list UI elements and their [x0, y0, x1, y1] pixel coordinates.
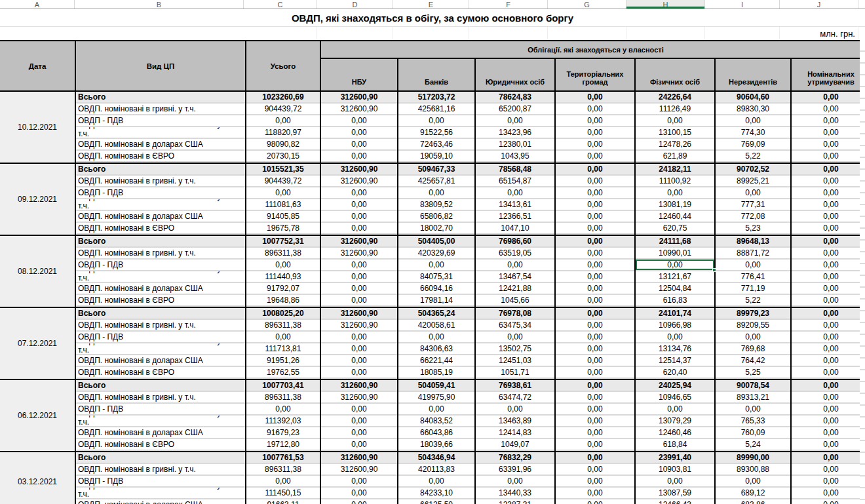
value-cell[interactable]: 0,00: [636, 476, 714, 488]
value-cell[interactable]: 19762,55: [246, 367, 320, 379]
value-cell[interactable]: 771,19: [716, 283, 790, 295]
value-cell[interactable]: 0,00: [476, 187, 554, 199]
value-cell[interactable]: 0,00: [556, 151, 634, 163]
value-cell[interactable]: 0,00: [246, 187, 320, 199]
header-owner-nbu[interactable]: НБУ: [321, 59, 397, 90]
date-cell[interactable]: 08.12.2021: [0, 236, 75, 307]
row-label[interactable]: ОВДП. номіновані в ЄВРО: [76, 367, 245, 379]
value-cell[interactable]: 760,09: [716, 427, 790, 439]
value-cell[interactable]: 0,00: [321, 139, 397, 151]
value-cell[interactable]: 0,00: [556, 416, 634, 427]
value-cell[interactable]: 12460,46: [636, 427, 714, 439]
row-label[interactable]: ОВДП - ПДВ: [76, 332, 245, 343]
header-owner-banks[interactable]: Банків: [398, 59, 474, 90]
value-cell[interactable]: 12514,37: [636, 355, 714, 367]
selected-cell[interactable]: 0,00: [636, 260, 714, 271]
column-header-A[interactable]: A: [0, 0, 75, 9]
value-cell[interactable]: 0,00: [321, 355, 397, 367]
value-cell[interactable]: 621,89: [636, 151, 714, 163]
value-cell[interactable]: 111713,81: [246, 343, 320, 355]
value-cell[interactable]: 0,00: [636, 332, 714, 343]
date-cell[interactable]: 09.12.2021: [0, 164, 75, 235]
value-cell[interactable]: 89300,88: [716, 464, 790, 476]
row-label-clipped[interactable]: ОВДП. номіновані в іноземній валюті. ут.…: [76, 127, 245, 139]
value-cell[interactable]: 0,00: [556, 104, 634, 115]
value-cell[interactable]: 425681,16: [398, 104, 474, 115]
value-cell[interactable]: 0,00: [321, 367, 397, 379]
value-cell[interactable]: 76986,60: [476, 236, 554, 248]
value-cell[interactable]: 0,00: [321, 416, 397, 427]
header-owner-individuals[interactable]: Фізичних осіб: [636, 59, 714, 90]
value-cell[interactable]: 0,00: [792, 427, 865, 439]
value-cell[interactable]: 13087,59: [636, 488, 714, 499]
value-cell[interactable]: 19648,86: [246, 295, 320, 307]
row-label[interactable]: ОВДП. номіновані в ЄВРО: [76, 295, 245, 307]
value-cell[interactable]: 0,00: [556, 139, 634, 151]
value-cell[interactable]: 13134,76: [636, 343, 714, 355]
value-cell[interactable]: 0,00: [321, 199, 397, 211]
value-cell[interactable]: 118820,97: [246, 127, 320, 139]
value-cell[interactable]: 0,00: [792, 199, 865, 211]
value-cell[interactable]: 0,00: [556, 367, 634, 379]
value-cell[interactable]: 1049,07: [476, 439, 554, 451]
value-cell[interactable]: 0,00: [321, 295, 397, 307]
value-cell[interactable]: 24101,74: [636, 308, 714, 320]
value-cell[interactable]: 12414,83: [476, 427, 554, 439]
date-cell[interactable]: 07.12.2021: [0, 308, 75, 379]
value-cell[interactable]: 0,00: [716, 332, 790, 343]
value-cell[interactable]: 896311,38: [246, 248, 320, 260]
value-cell[interactable]: 0,00: [716, 404, 790, 416]
value-cell[interactable]: 76938,61: [476, 380, 554, 392]
value-cell[interactable]: 0,00: [792, 164, 865, 176]
value-cell[interactable]: 0,00: [556, 404, 634, 416]
row-label[interactable]: ОВДП. номіновані в гривні. у т.ч.: [76, 392, 245, 404]
value-cell[interactable]: 66125,50: [398, 499, 474, 504]
value-cell[interactable]: 10903,81: [636, 464, 714, 476]
value-cell[interactable]: 0,00: [792, 416, 865, 427]
value-cell[interactable]: 11126,49: [636, 104, 714, 115]
value-cell[interactable]: 13440,33: [476, 488, 554, 499]
value-cell[interactable]: 5,22: [716, 295, 790, 307]
value-cell[interactable]: 78568,48: [476, 164, 554, 176]
value-cell[interactable]: 774,30: [716, 127, 790, 139]
value-cell[interactable]: 1015521,35: [246, 164, 320, 176]
value-cell[interactable]: 0,00: [321, 283, 397, 295]
row-label[interactable]: ОВДП. номіновані в гривні. у т.ч.: [76, 464, 245, 476]
row-label[interactable]: ОВДП. номіновані в гривні. у т.ч.: [76, 248, 245, 260]
value-cell[interactable]: 616,83: [636, 295, 714, 307]
value-cell[interactable]: 0,00: [556, 452, 634, 464]
value-cell[interactable]: 504405,00: [398, 236, 474, 248]
value-cell[interactable]: 24226,64: [636, 92, 714, 104]
value-cell[interactable]: 12460,44: [636, 211, 714, 223]
value-cell[interactable]: 66221,44: [398, 355, 474, 367]
value-cell[interactable]: 312600,90: [321, 392, 397, 404]
value-cell[interactable]: 0,00: [792, 283, 865, 295]
header-date[interactable]: Дата: [0, 41, 75, 90]
value-cell[interactable]: 23991,40: [636, 452, 714, 464]
value-cell[interactable]: 504365,24: [398, 308, 474, 320]
value-cell[interactable]: 10990,01: [636, 248, 714, 260]
value-cell[interactable]: 66043,86: [398, 427, 474, 439]
value-cell[interactable]: 0,00: [321, 211, 397, 223]
row-label-clipped[interactable]: ОВДП. номіновані в іноземній валюті. ут.…: [76, 343, 245, 355]
value-cell[interactable]: 425657,81: [398, 176, 474, 187]
value-cell[interactable]: 19059,10: [398, 151, 474, 163]
value-cell[interactable]: 312600,90: [321, 308, 397, 320]
value-cell[interactable]: 776,41: [716, 271, 790, 283]
header-owner-territorial-communities[interactable]: Територіальних громад: [556, 59, 634, 90]
value-cell[interactable]: 0,00: [556, 355, 634, 367]
row-label[interactable]: ОВДП - ПДВ: [76, 476, 245, 488]
value-cell[interactable]: 0,00: [792, 115, 865, 127]
value-cell[interactable]: 24111,68: [636, 236, 714, 248]
value-cell[interactable]: 91522,56: [398, 127, 474, 139]
value-cell[interactable]: 1051,71: [476, 367, 554, 379]
row-label[interactable]: ОВДП - ПДВ: [76, 404, 245, 416]
value-cell[interactable]: 66094,16: [398, 283, 474, 295]
value-cell[interactable]: 683,86: [716, 499, 790, 504]
value-cell[interactable]: 0,00: [246, 260, 320, 271]
value-cell[interactable]: 0,00: [792, 151, 865, 163]
value-cell[interactable]: 10966,98: [636, 320, 714, 332]
date-cell[interactable]: 06.12.2021: [0, 380, 75, 451]
value-cell[interactable]: 78624,83: [476, 92, 554, 104]
value-cell[interactable]: 312600,90: [321, 164, 397, 176]
